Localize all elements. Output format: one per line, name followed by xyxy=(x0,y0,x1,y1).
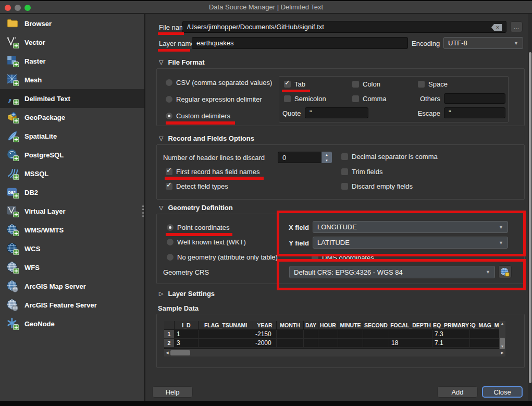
table-cell[interactable]: 3 xyxy=(175,339,199,348)
others-input[interactable] xyxy=(444,93,505,104)
sidebar-item-wfs[interactable]: WFS xyxy=(0,258,144,277)
table-cell[interactable]: 1 xyxy=(175,330,199,339)
escape-input[interactable]: " xyxy=(444,107,505,118)
table-cell[interactable]: 7.1 xyxy=(432,339,470,348)
table-cell[interactable] xyxy=(318,330,338,339)
custom-delimiters-radio[interactable] xyxy=(166,113,172,119)
semicolon-checkbox[interactable] xyxy=(284,95,291,102)
geometry-section-header[interactable]: ▽ Geometry Definition xyxy=(159,204,233,212)
comma-checkbox[interactable] xyxy=(352,95,359,102)
table-cell[interactable] xyxy=(277,339,304,348)
spin-up-icon[interactable]: ▲ xyxy=(321,152,332,157)
sidebar-item-vector[interactable]: Vector xyxy=(0,33,144,52)
csv-radio[interactable] xyxy=(166,79,172,86)
sidebar-item-spatialite[interactable]: SpatiaLite xyxy=(0,127,144,145)
table-cell[interactable] xyxy=(318,339,338,348)
sidebar-item-wms-wmts[interactable]: WMS/WMTS xyxy=(0,220,144,239)
sidebar-item-mssql[interactable]: MSSQL xyxy=(0,164,144,183)
sidebar-item-geonode[interactable]: GeoNode xyxy=(0,314,144,333)
column-header-year[interactable]: YEAR xyxy=(253,321,277,330)
scrollbar-thumb[interactable]: ▼ xyxy=(500,338,505,349)
table-cell[interactable]: 18 xyxy=(389,339,432,348)
column-header-minute[interactable]: MINUTE xyxy=(338,321,363,330)
minimize-window-button[interactable] xyxy=(15,5,21,11)
discard-empty-fields-checkbox[interactable] xyxy=(341,183,348,190)
sidebar-item-arcgis-map-server[interactable]: ArcGIS Map Server xyxy=(0,277,144,296)
table-cell[interactable] xyxy=(363,339,389,348)
column-header-day[interactable]: DAY xyxy=(304,321,318,330)
column-header-eq-primary[interactable]: EQ_PRIMARY xyxy=(432,321,470,330)
clear-tag-icon[interactable]: ✕ xyxy=(491,24,502,31)
encoding-dropdown[interactable]: UTF-8▼ xyxy=(443,37,523,49)
table-cell[interactable] xyxy=(389,330,432,339)
zoom-window-button[interactable] xyxy=(24,5,31,11)
table-cell[interactable] xyxy=(470,339,499,348)
no-geometry-radio[interactable] xyxy=(167,254,174,261)
sidebar-item-delimited-text[interactable]: ,Delimited Text xyxy=(0,89,144,108)
browse-file-button[interactable]: ... xyxy=(510,21,523,32)
column-header-second[interactable]: SECOND xyxy=(363,321,389,330)
layer-name-input[interactable]: earthquakes xyxy=(192,37,408,49)
help-button[interactable]: Help xyxy=(152,386,193,398)
file-format-section-header[interactable]: ▽ File Format xyxy=(159,58,205,66)
row-number[interactable]: 2 xyxy=(164,339,175,348)
dialog-scrollbar[interactable] xyxy=(528,14,532,401)
close-window-button[interactable] xyxy=(5,5,11,11)
regex-delimiter-radio[interactable] xyxy=(166,96,172,103)
table-vertical-scrollbar[interactable]: ▲ ▼ xyxy=(499,321,505,349)
sidebar-item-wcs[interactable]: WCS xyxy=(0,239,144,258)
table-cell[interactable] xyxy=(199,330,253,339)
layer-settings-section-header[interactable]: ▷ Layer Settings xyxy=(159,290,215,298)
scroll-down-icon[interactable]: ▼ xyxy=(501,344,504,349)
tab-checkbox[interactable] xyxy=(284,81,291,88)
scroll-up-icon[interactable]: ▲ xyxy=(501,321,504,326)
row-number[interactable]: 1 xyxy=(164,330,175,339)
column-header-hour[interactable]: HOUR xyxy=(318,321,338,330)
table-cell[interactable] xyxy=(338,339,363,348)
table-cell[interactable] xyxy=(199,339,253,348)
scrollbar-thumb[interactable] xyxy=(170,350,190,355)
sidebar-item-virtual-layer[interactable]: Virtual Layer xyxy=(0,202,144,220)
table-cell[interactable] xyxy=(277,330,304,339)
scrollbar-thumb[interactable] xyxy=(529,52,531,383)
add-button[interactable]: Add xyxy=(437,386,478,398)
quote-input[interactable]: " xyxy=(305,107,368,118)
detect-field-types-checkbox[interactable] xyxy=(166,183,172,190)
splitter-handle[interactable] xyxy=(141,205,144,217)
close-button[interactable]: Close xyxy=(482,386,523,398)
file-name-input[interactable]: /Users/jimhopper/Documents/GitHub/signif… xyxy=(182,21,506,33)
column-header-eq-mag-mw[interactable]: EQ_MAG_MW xyxy=(470,321,499,330)
table-horizontal-scrollbar[interactable]: ◀ ▶ xyxy=(164,349,505,356)
table-cell[interactable] xyxy=(363,330,389,339)
trim-fields-checkbox[interactable] xyxy=(341,168,348,175)
colon-checkbox[interactable] xyxy=(352,81,359,88)
point-coordinates-radio[interactable] xyxy=(167,224,174,231)
column-header-i-d[interactable]: I_D xyxy=(175,321,199,330)
scroll-left-icon[interactable]: ◀ xyxy=(164,351,170,355)
sidebar-item-raster[interactable]: Raster xyxy=(0,52,144,70)
record-fields-section-header[interactable]: ▽ Record and Fields Options xyxy=(159,134,254,142)
header-lines-spinbox[interactable]: 0 ▲▼ xyxy=(278,152,332,163)
column-header-month[interactable]: MONTH xyxy=(277,321,304,330)
space-checkbox[interactable] xyxy=(418,81,425,88)
first-record-checkbox[interactable] xyxy=(166,168,172,175)
sidebar-item-geopackage[interactable]: GeoPackage xyxy=(0,108,144,127)
sidebar-item-arcgis-feature-server[interactable]: ArcGIS Feature Server xyxy=(0,296,144,314)
table-cell[interactable]: 7.3 xyxy=(432,330,470,339)
sidebar-item-postgresql[interactable]: PostgreSQL xyxy=(0,145,144,164)
table-cell[interactable] xyxy=(470,330,499,339)
table-cell[interactable] xyxy=(338,330,363,339)
spin-down-icon[interactable]: ▼ xyxy=(321,157,332,163)
table-cell[interactable] xyxy=(304,330,318,339)
table-cell[interactable]: -2000 xyxy=(253,339,277,348)
table-cell[interactable] xyxy=(304,339,318,348)
scroll-right-icon[interactable]: ▶ xyxy=(499,351,505,355)
sidebar-item-mesh[interactable]: Mesh xyxy=(0,70,144,89)
column-header-focal-depth[interactable]: FOCAL_DEPTH xyxy=(389,321,432,330)
sidebar-item-browser[interactable]: Browser xyxy=(0,14,144,33)
decimal-separator-checkbox[interactable] xyxy=(341,153,348,160)
wkt-radio[interactable] xyxy=(167,239,174,245)
table-cell[interactable]: -2150 xyxy=(253,330,277,339)
column-header-flag-tsunami[interactable]: FLAG_TSUNAMI xyxy=(199,321,253,330)
sidebar-item-db2[interactable]: DB2DB2 xyxy=(0,183,144,202)
